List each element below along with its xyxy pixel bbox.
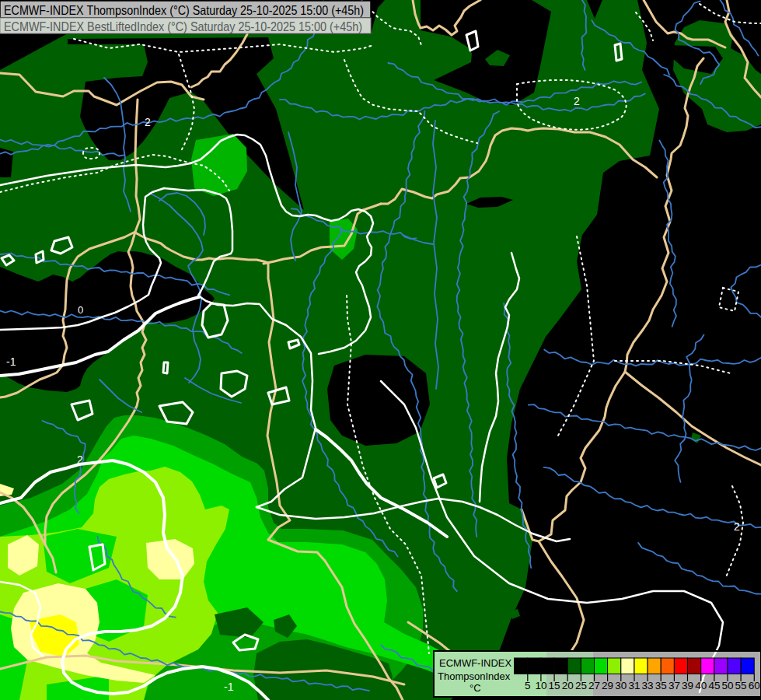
svg-text:55: 55 xyxy=(735,680,747,691)
svg-text:2: 2 xyxy=(574,95,580,107)
svg-text:29: 29 xyxy=(602,680,613,691)
svg-text:0: 0 xyxy=(78,304,83,316)
svg-text:2: 2 xyxy=(77,453,83,466)
svg-text:40: 40 xyxy=(695,680,707,691)
svg-text:°C: °C xyxy=(470,682,481,694)
svg-text:30: 30 xyxy=(615,680,627,691)
svg-text:25: 25 xyxy=(575,680,587,691)
svg-text:ThompsonIndex: ThompsonIndex xyxy=(438,670,511,682)
svg-text:33: 33 xyxy=(642,680,654,691)
svg-text:35: 35 xyxy=(655,680,667,691)
svg-text:31: 31 xyxy=(628,680,640,691)
svg-text:ECMWF-INDEX BestLiftedIndex (°: ECMWF-INDEX BestLiftedIndex (°C) Saturda… xyxy=(4,19,362,33)
svg-text:-1: -1 xyxy=(224,681,234,693)
svg-text:20: 20 xyxy=(562,680,574,691)
svg-text:2: 2 xyxy=(145,116,151,128)
svg-text:39: 39 xyxy=(682,680,693,691)
svg-text:-1: -1 xyxy=(6,355,16,368)
svg-text:37: 37 xyxy=(668,680,680,691)
svg-text:45: 45 xyxy=(708,680,720,691)
svg-text:10: 10 xyxy=(535,680,546,691)
svg-text:2: 2 xyxy=(734,520,740,533)
svg-text:50: 50 xyxy=(721,680,733,691)
svg-text:ECMWF-INDEX: ECMWF-INDEX xyxy=(439,657,511,669)
svg-text:5: 5 xyxy=(525,680,531,691)
svg-text:60: 60 xyxy=(749,680,760,691)
svg-text:ECMWF-INDEX ThompsonIndex (°C): ECMWF-INDEX ThompsonIndex (°C) Saturday … xyxy=(4,3,364,17)
svg-text:15: 15 xyxy=(549,680,560,691)
svg-text:27: 27 xyxy=(588,680,600,691)
